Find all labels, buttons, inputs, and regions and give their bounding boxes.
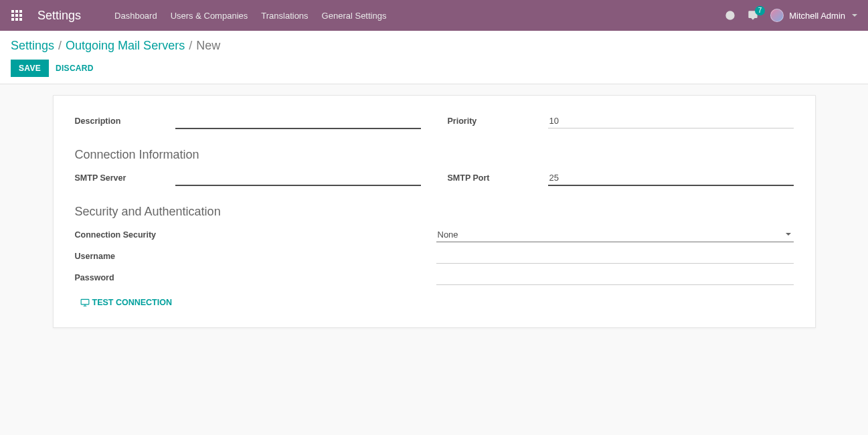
discuss-icon[interactable]: 7	[748, 10, 758, 21]
test-connection-label: TEST CONNECTION	[92, 298, 172, 307]
top-nav: Dashboard Users & Companies Translations…	[108, 7, 393, 25]
activity-icon[interactable]	[725, 10, 735, 21]
breadcrumb-current: New	[196, 39, 220, 53]
form-area: Description Priority Connection Informat…	[0, 84, 868, 328]
svg-rect-2	[19, 10, 22, 13]
avatar	[770, 9, 784, 22]
discard-button[interactable]: DISCARD	[56, 64, 94, 73]
form-sheet: Description Priority Connection Informat…	[53, 95, 816, 328]
username-input[interactable]	[436, 249, 794, 264]
breadcrumb-sep: /	[189, 39, 192, 53]
nav-translations[interactable]: Translations	[254, 7, 315, 25]
nav-general-settings[interactable]: General Settings	[315, 7, 394, 25]
connection-security-select[interactable]	[436, 228, 794, 242]
action-buttons: SAVE DISCARD	[11, 60, 857, 77]
password-label: Password	[75, 273, 436, 282]
svg-rect-6	[11, 18, 14, 21]
chevron-down-icon	[852, 14, 857, 17]
breadcrumb-parent[interactable]: Outgoing Mail Servers	[66, 39, 185, 53]
svg-rect-1	[15, 10, 18, 13]
discuss-badge: 7	[755, 6, 766, 15]
description-label: Description	[75, 116, 175, 126]
save-button[interactable]: SAVE	[11, 60, 49, 77]
smtp-server-label: SMTP Server	[75, 173, 175, 183]
svg-rect-0	[11, 10, 14, 13]
top-navbar: Settings Dashboard Users & Companies Tra…	[0, 0, 868, 31]
svg-rect-5	[19, 14, 22, 17]
smtp-port-label: SMTP Port	[448, 173, 548, 183]
section-connection-info: Connection Information	[75, 148, 794, 162]
user-name: Mitchell Admin	[789, 11, 845, 21]
section-security-auth: Security and Authentication	[75, 205, 794, 219]
svg-rect-8	[19, 18, 22, 21]
username-label: Username	[75, 252, 436, 261]
app-brand[interactable]: Settings	[37, 9, 81, 23]
control-panel: Settings / Outgoing Mail Servers / New S…	[0, 31, 868, 84]
svg-rect-10	[81, 299, 89, 304]
svg-rect-4	[15, 14, 18, 17]
breadcrumb: Settings / Outgoing Mail Servers / New	[11, 39, 857, 53]
apps-menu-icon[interactable]	[5, 4, 28, 27]
password-input[interactable]	[436, 270, 794, 285]
systray: 7 Mitchell Admin	[725, 9, 857, 22]
nav-users-companies[interactable]: Users & Companies	[164, 7, 255, 25]
smtp-port-input[interactable]	[548, 171, 794, 186]
priority-label: Priority	[448, 116, 548, 126]
breadcrumb-root[interactable]: Settings	[11, 39, 54, 53]
svg-rect-3	[11, 14, 14, 17]
smtp-server-input[interactable]	[175, 171, 421, 186]
priority-input[interactable]	[548, 114, 794, 128]
nav-dashboard[interactable]: Dashboard	[108, 7, 164, 25]
description-input[interactable]	[175, 114, 421, 129]
svg-rect-7	[15, 18, 18, 21]
breadcrumb-sep: /	[58, 39, 62, 53]
connection-security-label: Connection Security	[75, 230, 436, 240]
user-menu[interactable]: Mitchell Admin	[770, 9, 857, 22]
test-connection-button[interactable]: TEST CONNECTION	[80, 298, 172, 307]
